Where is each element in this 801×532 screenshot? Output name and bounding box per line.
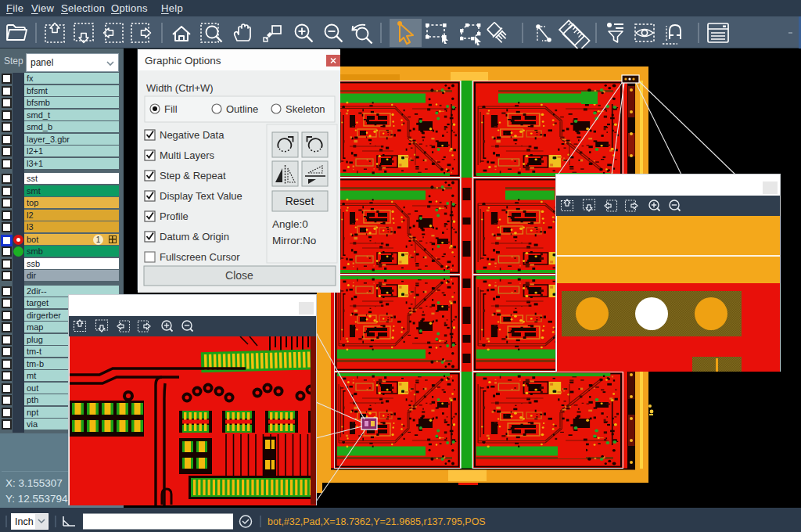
svg-text:Negative Data: Negative Data (160, 129, 224, 141)
svg-text:Close: Close (225, 269, 253, 282)
svg-text:Profile: Profile (160, 210, 189, 222)
svg-text:Outline: Outline (226, 103, 258, 115)
svg-text:Inch: Inch (15, 516, 34, 527)
svg-text:Multi Layers: Multi Layers (160, 149, 215, 161)
svg-text:Step & Repeat: Step & Repeat (160, 170, 226, 182)
svg-text:bot,#32,Pad,X=18.7362,Y=21.968: bot,#32,Pad,X=18.7362,Y=21.9685,r137.795… (268, 516, 486, 527)
svg-text:Reset: Reset (286, 195, 314, 207)
svg-text:Graphic Options: Graphic Options (145, 55, 221, 66)
svg-text:Mirror:No: Mirror:No (272, 235, 316, 246)
svg-text:Fullscreen Cursor: Fullscreen Cursor (160, 251, 240, 263)
svg-text:Width (Ctrl+W): Width (Ctrl+W) (146, 82, 214, 94)
svg-text:Datum & Origin: Datum & Origin (160, 231, 229, 243)
svg-text:Fill: Fill (164, 103, 178, 115)
svg-text:Angle:0: Angle:0 (272, 218, 308, 230)
svg-text:Display Text Value: Display Text Value (160, 190, 242, 202)
svg-text:Skeleton: Skeleton (286, 103, 325, 115)
